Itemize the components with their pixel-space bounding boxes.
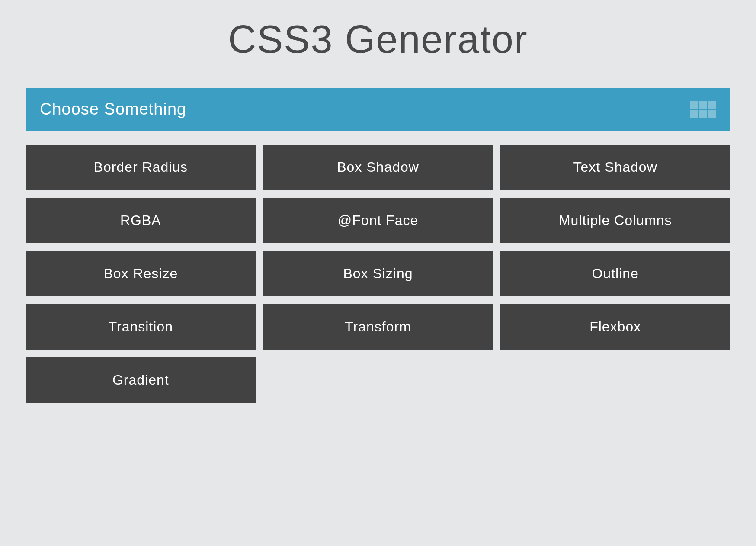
- option-tile-flexbox[interactable]: Flexbox: [500, 304, 730, 350]
- option-tile-rgba[interactable]: RGBA: [26, 198, 256, 243]
- grid-icon-cell: [708, 110, 716, 118]
- option-tile-transform[interactable]: Transform: [263, 304, 493, 350]
- grid-icon: [690, 101, 716, 118]
- option-label: Border Radius: [94, 159, 188, 175]
- option-label: Box Shadow: [337, 159, 419, 175]
- option-label: RGBA: [120, 212, 161, 228]
- app-container: CSS3 Generator Choose Something Border R…: [0, 0, 756, 403]
- option-label: Outline: [592, 266, 638, 281]
- option-tile-box-resize[interactable]: Box Resize: [26, 251, 256, 296]
- option-label: Box Resize: [103, 266, 178, 281]
- option-label: Gradient: [112, 372, 169, 388]
- option-label: Text Shadow: [573, 159, 657, 175]
- option-tile-gradient[interactable]: Gradient: [26, 357, 256, 403]
- option-label: Box Sizing: [343, 266, 413, 281]
- option-label: Flexbox: [589, 319, 641, 334]
- grid-icon-cell: [690, 110, 698, 118]
- grid-icon-cell: [708, 101, 716, 109]
- option-tile-multiple-columns[interactable]: Multiple Columns: [500, 198, 730, 243]
- grid-icon-cell: [690, 101, 698, 109]
- option-tile-font-face[interactable]: @Font Face: [263, 198, 493, 243]
- option-tile-border-radius[interactable]: Border Radius: [26, 145, 256, 190]
- options-grid: Border RadiusBox ShadowText ShadowRGBA@F…: [26, 145, 730, 403]
- option-label: Transform: [345, 319, 411, 334]
- page-title: CSS3 Generator: [26, 0, 730, 88]
- option-tile-outline[interactable]: Outline: [500, 251, 730, 296]
- selector-label: Choose Something: [40, 100, 186, 119]
- option-tile-box-sizing[interactable]: Box Sizing: [263, 251, 493, 296]
- option-label: Multiple Columns: [559, 212, 672, 228]
- option-tile-transition[interactable]: Transition: [26, 304, 256, 350]
- grid-icon-cell: [699, 110, 707, 118]
- option-label: @Font Face: [338, 212, 419, 228]
- option-label: Transition: [109, 319, 173, 334]
- grid-icon-cell: [699, 101, 707, 109]
- option-tile-box-shadow[interactable]: Box Shadow: [263, 145, 493, 190]
- option-tile-text-shadow[interactable]: Text Shadow: [500, 145, 730, 190]
- selector-bar[interactable]: Choose Something: [26, 88, 730, 131]
